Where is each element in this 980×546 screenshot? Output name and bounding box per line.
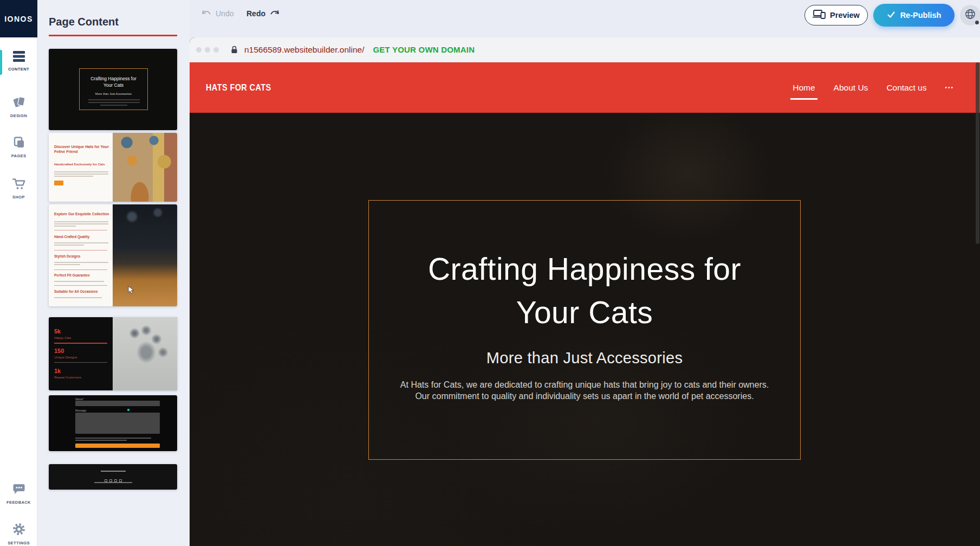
text-line-placeholder xyxy=(75,438,151,439)
section-thumbnail-stats[interactable]: 5k Happy Cats 150 Unique Designs 1k Repe… xyxy=(49,317,177,390)
site-logo[interactable]: HATS FOR CATS xyxy=(206,62,271,113)
preview-button[interactable]: Preview xyxy=(804,5,868,25)
sidebar-item-label: PAGES xyxy=(11,153,27,158)
sidebar-item-shop[interactable]: SHOP xyxy=(0,177,37,200)
site-nav: Home About Us Contact us ••• xyxy=(793,62,954,113)
sidebar-item-settings[interactable]: SETTINGS xyxy=(0,522,37,545)
redo-label: Redo xyxy=(246,9,265,18)
sidebar-item-content[interactable]: CONTENT xyxy=(0,50,37,72)
thumbnail-submit-button xyxy=(75,444,160,448)
sidebar-item-design[interactable]: DESIGN xyxy=(0,95,37,118)
text-line-placeholder xyxy=(54,297,102,298)
thumbnail-photo-street-cat xyxy=(113,133,177,202)
hero-section[interactable]: Crafting Happiness for Your Cats More th… xyxy=(190,113,980,546)
undo-button[interactable]: Undo xyxy=(202,9,233,18)
thumbnail-photo-cat-fur xyxy=(113,204,177,306)
section-thumbnail-about[interactable]: Discover Unique Hats for Your Feline Fri… xyxy=(49,133,177,202)
divider xyxy=(54,285,107,286)
divider xyxy=(54,250,107,250)
sidebar-item-pages[interactable]: PAGES xyxy=(0,136,37,158)
ionos-logo: IONOS xyxy=(0,0,37,37)
sidebar-item-label: FEEDBACK xyxy=(7,500,31,505)
nav-item-contact[interactable]: Contact us xyxy=(886,83,926,93)
section-thumbnail-contact[interactable]: Name* Message xyxy=(49,395,177,451)
content-icon xyxy=(12,50,26,65)
section-thumbnail-footer[interactable] xyxy=(49,464,177,490)
page-content-panel: Page Content Crafting Happiness for Your… xyxy=(37,0,190,546)
text-line-placeholder xyxy=(54,176,93,177)
stat-value: 1k xyxy=(54,368,61,374)
thumbnail-selection-frame: Crafting Happiness for Your Cats More th… xyxy=(79,68,148,110)
text-line-placeholder xyxy=(54,174,108,175)
hero-body-text: At Hats for Cats, we are dedicated to cr… xyxy=(392,379,777,402)
thumbnail-heading: Explore Our Exquisite Collection xyxy=(54,212,112,216)
language-globe-button[interactable] xyxy=(960,5,980,25)
text-line-placeholder xyxy=(88,102,140,103)
undo-label: Undo xyxy=(216,9,233,18)
window-dot xyxy=(213,47,219,53)
gear-icon xyxy=(12,522,26,538)
text-line-placeholder xyxy=(100,105,127,106)
canvas-scrollbar[interactable] xyxy=(976,62,979,244)
sidebar-item-label: SETTINGS xyxy=(8,541,30,545)
thumbnail-hero-subtitle: More than Just Accessories xyxy=(80,92,147,95)
globe-icon xyxy=(964,8,976,22)
redo-button[interactable]: Redo xyxy=(246,9,280,18)
editor-selection-box[interactable]: Crafting Happiness for Your Cats More th… xyxy=(368,200,801,460)
divider xyxy=(54,230,107,230)
divider xyxy=(54,343,107,344)
thumbnail-heading: Perfect Fit Guarantee xyxy=(54,273,112,278)
sidebar-item-label: DESIGN xyxy=(10,113,27,118)
text-line-placeholder xyxy=(54,242,108,243)
nav-more-icon[interactable]: ••• xyxy=(945,85,954,91)
thumbnail-heading: Suitable for All Occasions xyxy=(54,290,112,294)
sidebar-item-feedback[interactable]: FEEDBACK xyxy=(0,483,37,505)
text-line-placeholder xyxy=(54,226,76,227)
get-domain-link[interactable]: GET YOUR OWN DOMAIN xyxy=(373,45,475,54)
thumbnail-hero-title: Crafting Happiness for Your Cats xyxy=(80,75,147,88)
thumbnail-photo-paw-print xyxy=(113,317,177,390)
pages-icon xyxy=(12,136,25,151)
lock-icon xyxy=(231,46,238,54)
text-line-placeholder xyxy=(75,440,127,441)
text-line-placeholder xyxy=(54,281,104,282)
cart-icon xyxy=(12,177,26,192)
sidebar-item-label: SHOP xyxy=(12,195,25,200)
selected-section-indicator xyxy=(49,35,177,36)
window-dot xyxy=(205,47,210,53)
nav-item-about[interactable]: About Us xyxy=(834,83,868,93)
mouse-cursor xyxy=(128,286,135,297)
hero-title: Crafting Happiness for Your Cats xyxy=(428,247,741,334)
section-thumbnail-features[interactable]: Explore Our Exquisite Collection Hand-Cr… xyxy=(49,204,177,306)
text-line-placeholder xyxy=(88,99,140,100)
text-line-placeholder xyxy=(94,482,132,483)
sidebar-item-label: CONTENT xyxy=(8,67,29,72)
republish-button[interactable]: Re-Publish xyxy=(873,4,955,27)
text-line-placeholder xyxy=(54,221,108,222)
nav-item-home[interactable]: Home xyxy=(793,83,815,93)
globe-badge xyxy=(975,21,979,24)
site-url: n1566589.websitebuilder.online/ xyxy=(244,45,364,55)
app-root: IONOS CONTENT DESIGN xyxy=(0,0,980,546)
divider xyxy=(54,362,107,363)
section-thumbnail-hero[interactable]: Crafting Happiness for Your Cats More th… xyxy=(49,49,177,130)
stat-value: 5k xyxy=(54,328,61,335)
stat-value: 150 xyxy=(54,348,64,354)
text-line-placeholder xyxy=(54,264,80,265)
text-line-placeholder xyxy=(54,245,84,246)
hero-subtitle: More than Just Accessories xyxy=(486,349,683,367)
stat-label: Unique Designs xyxy=(54,356,77,359)
thumbnail-subheading: Handcrafted Exclusively for Cats xyxy=(54,163,115,166)
stat-label: Repeat Customers xyxy=(54,376,81,379)
text-line-placeholder xyxy=(54,262,108,263)
feedback-chat-icon xyxy=(12,483,26,498)
website-canvas: n1566589.websitebuilder.online/ GET YOUR… xyxy=(190,37,980,546)
thumbnail-heading: Stylish Designs xyxy=(54,254,112,259)
thumbnail-heading: Hand-Crafted Quality xyxy=(54,235,112,239)
browser-url-bar: n1566589.websitebuilder.online/ GET YOUR… xyxy=(190,37,980,62)
stat-label: Happy Cats xyxy=(54,336,71,339)
thumbnail-cta-button xyxy=(54,181,63,185)
thumbnail-form-input xyxy=(75,401,160,406)
preview-label: Preview xyxy=(830,11,860,20)
divider xyxy=(54,269,107,270)
